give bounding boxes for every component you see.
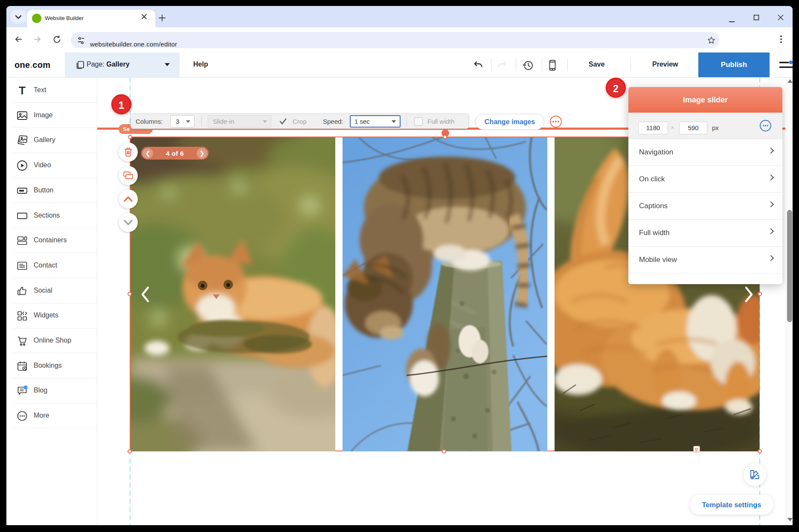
svg-text:T: T [19, 85, 26, 96]
